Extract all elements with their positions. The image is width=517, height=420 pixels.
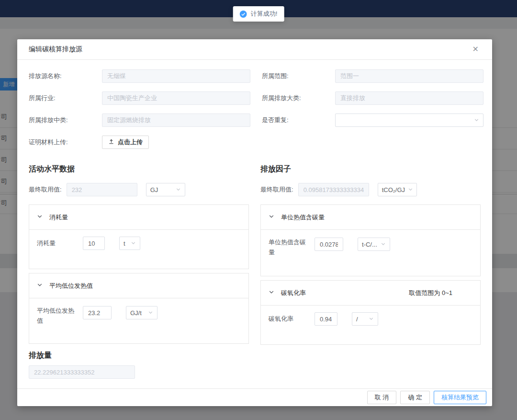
toast-success: 计算成功!	[233, 6, 284, 22]
chevron-down-icon	[37, 282, 43, 289]
panel-carbon-content-body: 单位热值含碳量 t-C/...	[261, 230, 480, 264]
source-name-label: 排放源名称:	[29, 72, 102, 80]
field-source-name: 排放源名称:	[29, 69, 250, 83]
oxidation-rate-range-note: 取值范围为 0~1	[409, 289, 452, 297]
panel-carbon-content-header[interactable]: 单位热值含碳量	[261, 205, 480, 230]
activity-final-input	[67, 183, 137, 196]
scope-label: 所属范围:	[262, 72, 335, 80]
panel-oxidation-rate-title: 碳氧化率	[281, 289, 306, 297]
dialog-header: 编辑碳核算排放源 ✕	[17, 39, 492, 60]
scope-input	[335, 69, 483, 83]
heating-value-unit-select[interactable]: GJ/t	[126, 306, 157, 319]
panel-oxidation-rate: 碳氧化率 取值范围为 0~1 碳氧化率 /	[260, 280, 481, 345]
is-duplicate-select[interactable]	[335, 114, 483, 127]
panel-heating-value-title: 平均低位发热值	[49, 282, 93, 290]
panel-consumption-title: 消耗量	[49, 213, 68, 222]
oxidation-rate-unit-value: /	[356, 316, 358, 323]
panel-carbon-content: 单位热值含碳量 单位热值含碳量 t-C/...	[260, 204, 481, 276]
is-duplicate-label: 是否重复:	[262, 116, 335, 125]
dialog-body: 排放源名称: 所属范围: 所属行业: 所属排放大类: 所属排放中类: 是否重复:	[17, 60, 492, 388]
panel-consumption-header[interactable]: 消耗量	[29, 205, 248, 230]
oxidation-rate-field-label: 碳氧化率	[269, 314, 307, 324]
data-columns: 活动水平数据 最终取用值: GJ 消耗量 消耗量	[29, 158, 481, 345]
mid-category-label: 所属排放中类:	[29, 116, 102, 125]
chevron-down-icon	[408, 186, 413, 193]
factor-final-row: 最终取用值: tCO₂/GJ	[260, 183, 481, 196]
panel-heating-value: 平均低位发热值 平均低位发热值 GJ/t	[29, 273, 249, 344]
carbon-content-unit-select[interactable]: t-C/...	[358, 238, 390, 251]
dialog-footer: 取 消 确 定 核算结果预览	[17, 388, 492, 406]
upload-label: 证明材料上传:	[29, 138, 102, 147]
factor-final-input	[298, 183, 369, 196]
chevron-down-icon	[381, 241, 386, 248]
panel-consumption-body: 消耗量 t	[29, 230, 248, 257]
panel-oxidation-rate-body: 碳氧化率 /	[261, 306, 480, 332]
dialog-title: 编辑碳核算排放源	[29, 45, 82, 54]
panel-consumption: 消耗量 消耗量 t	[29, 204, 249, 269]
heating-value-field-label: 平均低位发热值	[37, 306, 75, 326]
oxidation-rate-input[interactable]	[315, 312, 337, 326]
carbon-content-field-label: 单位热值含碳量	[269, 238, 307, 258]
heating-value-unit-value: GJ/t	[130, 309, 142, 317]
activity-final-row: 最终取用值: GJ	[29, 183, 249, 196]
factor-column: 排放因子 最终取用值: tCO₂/GJ 单位热值含碳量 单位热值含碳	[260, 158, 481, 345]
major-category-input	[335, 91, 483, 105]
oxidation-rate-unit-select[interactable]: /	[352, 312, 378, 326]
upload-button-label: 点击上传	[118, 138, 143, 147]
heating-value-input[interactable]	[83, 306, 112, 319]
chevron-down-icon	[37, 214, 43, 221]
industry-label: 所属行业:	[29, 94, 102, 102]
factor-unit-value: tCO₂/GJ	[382, 186, 405, 193]
upload-icon	[108, 138, 114, 146]
field-scope: 所属范围:	[262, 69, 483, 83]
carbon-content-input[interactable]	[315, 238, 343, 251]
field-industry: 所属行业:	[29, 91, 250, 105]
panel-oxidation-rate-header[interactable]: 碳氧化率 取值范围为 0~1	[261, 281, 480, 306]
activity-final-label: 最终取用值:	[29, 185, 62, 194]
chevron-down-icon	[269, 214, 274, 221]
basic-info-form: 排放源名称: 所属范围: 所属行业: 所属排放大类: 所属排放中类: 是否重复:	[29, 69, 481, 158]
chevron-down-icon	[269, 289, 274, 296]
activity-section-title: 活动水平数据	[29, 164, 249, 174]
consumption-unit-value: t	[124, 240, 125, 247]
source-name-input	[102, 69, 250, 83]
chevron-down-icon	[176, 186, 181, 193]
cancel-button[interactable]: 取 消	[367, 391, 397, 404]
mid-category-input	[102, 114, 250, 127]
factor-section-title: 排放因子	[260, 164, 481, 174]
field-major-category: 所属排放大类:	[262, 91, 483, 105]
field-is-duplicate: 是否重复:	[262, 114, 483, 127]
activity-unit-select[interactable]: GJ	[146, 183, 185, 196]
consumption-unit-select[interactable]: t	[119, 237, 140, 250]
panel-carbon-content-title: 单位热值含碳量	[281, 213, 325, 222]
consumption-field-label: 消耗量	[37, 238, 75, 249]
upload-button[interactable]: 点击上传	[102, 136, 149, 149]
edit-emission-source-dialog: 编辑碳核算排放源 ✕ 排放源名称: 所属范围: 所属行业: 所属排放大类: 所属…	[17, 39, 492, 406]
consumption-input[interactable]	[83, 237, 105, 250]
industry-input	[102, 91, 250, 105]
chevron-down-icon	[131, 240, 136, 247]
factor-final-label: 最终取用值:	[260, 185, 293, 194]
activity-column: 活动水平数据 最终取用值: GJ 消耗量 消耗量	[29, 158, 249, 345]
panel-heating-value-header[interactable]: 平均低位发热值	[29, 273, 248, 298]
field-mid-category: 所属排放中类:	[29, 114, 250, 127]
chevron-down-icon	[148, 309, 153, 317]
activity-unit-value: GJ	[150, 186, 158, 193]
chevron-down-icon	[474, 117, 479, 124]
result-preview-button[interactable]: 核算结果预览	[434, 391, 486, 404]
field-upload: 证明材料上传: 点击上传	[29, 136, 250, 149]
factor-unit-select[interactable]: tCO₂/GJ	[378, 183, 417, 196]
emission-amount-input	[29, 365, 135, 379]
check-circle-icon	[240, 11, 247, 18]
emission-section-title: 排放量	[29, 351, 481, 361]
major-category-label: 所属排放大类:	[262, 94, 335, 102]
close-icon[interactable]: ✕	[471, 44, 481, 55]
chevron-down-icon	[369, 316, 374, 323]
toast-message: 计算成功!	[251, 10, 278, 18]
confirm-button[interactable]: 确 定	[400, 391, 430, 404]
panel-heating-value-body: 平均低位发热值 GJ/t	[29, 298, 248, 333]
carbon-content-unit-value: t-C/...	[362, 241, 377, 248]
